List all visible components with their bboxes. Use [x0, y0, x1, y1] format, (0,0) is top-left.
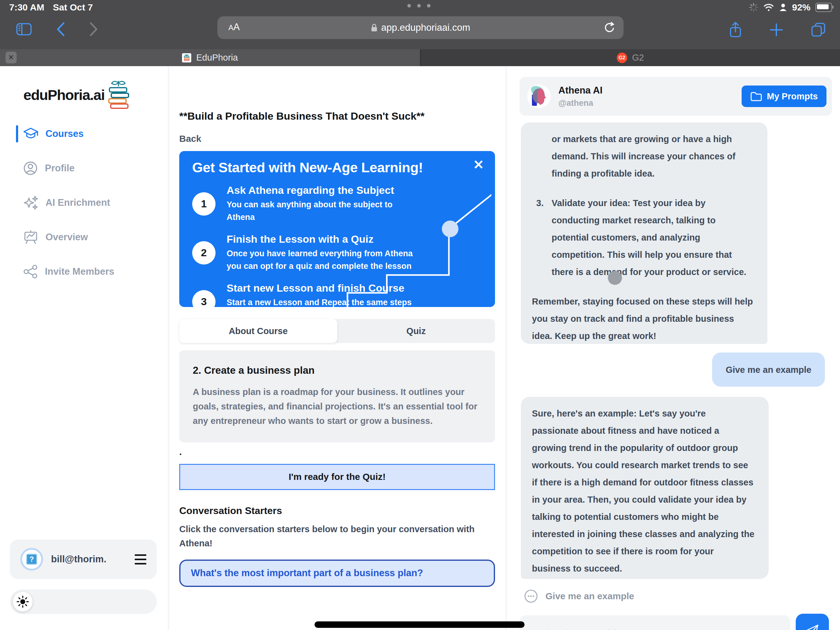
tab-g2-label: G2 [632, 52, 644, 63]
lesson-body: A business plan is a roadmap for your bu… [193, 385, 482, 428]
user-location-icon [779, 3, 787, 12]
eduphoria-favicon [182, 53, 191, 62]
page-content: eduPhoria.ai [0, 66, 840, 630]
ipad-screen: 7:30 AM Sat Oct 7 ● ● ● [0, 0, 840, 630]
sidebar-item-label: Overview [46, 232, 88, 243]
course-title: **Build a Profitable Business That Doesn… [179, 110, 495, 122]
assistant-handle: @athena [558, 98, 603, 108]
suggestion-label: Give me an example [545, 591, 634, 602]
user-message: Give me an example [712, 353, 825, 387]
list-number: 3. [536, 195, 552, 280]
step-desc: Once you have learned everything from At… [227, 247, 417, 272]
assistant-message: or markets that are growing or have a hi… [521, 122, 767, 344]
forward-button-icon[interactable] [89, 22, 98, 37]
onboarding-step-1: 1 Ask Athena regarding the Subject You c… [192, 184, 482, 223]
list-text: Validate your idea: Test your idea by co… [552, 195, 753, 280]
ready-for-quiz-button[interactable]: I'm ready for the Quiz! [179, 464, 495, 490]
lock-icon [371, 24, 377, 32]
onboarding-step-2: 2 Finish the Lesson with a Quiz Once you… [192, 233, 482, 272]
step-desc: You can ask anything about the subject t… [227, 198, 417, 223]
share-network-icon [24, 264, 38, 279]
onboarding-title: Get Started with New-Age Learning! [192, 160, 482, 176]
course-tabs: About Course Quiz [179, 319, 495, 343]
multitasking-dots-icon[interactable]: ● ● ● [407, 1, 433, 10]
home-indicator[interactable] [314, 621, 524, 628]
brand-name: eduPhoria.ai [24, 86, 104, 103]
tabs-overview-icon[interactable] [810, 22, 826, 38]
url-text: app.eduphoriaai.com [381, 22, 471, 33]
onboarding-steps: 1 Ask Athena regarding the Subject You c… [192, 184, 482, 307]
wifi-icon [763, 3, 774, 12]
sidebar-item-label: AI Enrichment [46, 197, 110, 208]
reload-button-icon[interactable] [603, 21, 616, 34]
tab-g2[interactable]: G2 G2 [420, 49, 840, 66]
sidebar-item-overview[interactable]: Overview [0, 226, 168, 248]
address-bar[interactable]: AA app.eduphoriaai.com [217, 16, 624, 39]
close-tab-icon[interactable]: ✕ [6, 52, 17, 63]
step-title: Ask Athena regarding the Subject [227, 184, 417, 196]
tab-eduphoria[interactable]: ✕ EduPhoria [0, 49, 420, 66]
presentation-chart-icon [24, 230, 38, 244]
conversation-starters-description: Click the conversation starters below to… [179, 522, 484, 551]
safari-toolbar: AA app.eduphoriaai.com [0, 15, 840, 49]
loading-spinner-icon [749, 3, 758, 12]
g2-favicon: G2 [617, 52, 627, 63]
user-card[interactable]: ? bill@thorim. [10, 540, 157, 579]
step-title: Start new Lesson and finish Course [227, 282, 417, 294]
step-number: 1 [192, 192, 216, 216]
my-prompts-button[interactable]: My Prompts [742, 85, 826, 107]
sun-icon[interactable] [13, 592, 33, 611]
user-email: bill@thorim. [51, 554, 127, 565]
step-number: 2 [192, 241, 216, 264]
sidebar-nav: Courses Profile [0, 123, 168, 283]
graduation-cap-icon [24, 127, 38, 141]
assistant-name: Athena AI [558, 85, 603, 96]
tab-about-course[interactable]: About Course [179, 319, 337, 343]
chat-input[interactable]: Ask Athena anything... [519, 615, 790, 630]
share-icon[interactable] [729, 22, 742, 38]
step-title: Finish the Lesson with a Quiz [227, 233, 417, 245]
battery-icon [815, 3, 832, 12]
theme-toggle[interactable] [10, 589, 157, 614]
step-number: 3 [192, 290, 216, 307]
sidebar-toggle-icon[interactable] [16, 22, 32, 36]
close-icon[interactable]: ✕ [473, 157, 484, 172]
sidebar-item-label: Courses [46, 128, 84, 139]
suggestion-chip[interactable]: Give me an example [524, 589, 634, 603]
message-closing: Remember, staying focused on these steps… [532, 293, 753, 345]
back-button-icon[interactable] [56, 22, 65, 37]
chat-header: Athena AI @athena My Prompts [519, 77, 832, 116]
lesson-heading: 2. Create a business plan [193, 364, 482, 376]
onboarding-step-3: 3 Start new Lesson and finish Course Sta… [192, 282, 482, 307]
onboarding-card: Get Started with New-Age Learning! ✕ 1 A… [179, 151, 495, 307]
conversation-starters-heading: Conversation Starters [179, 505, 495, 516]
step-desc: Start a new Lesson and Repeat the same s… [227, 296, 417, 307]
paper-plane-icon [805, 623, 820, 630]
sidebar-item-ai-enrichment[interactable]: AI Enrichment [0, 192, 168, 214]
battery-percent: 92% [792, 2, 810, 13]
sidebar-item-courses[interactable]: Courses [0, 123, 168, 145]
athena-avatar [527, 84, 551, 108]
send-button[interactable] [796, 614, 829, 630]
starter-button[interactable]: What's the most important part of a busi… [179, 560, 495, 587]
message-list-item: 3. Validate your idea: Test your idea by… [536, 195, 753, 280]
tab-quiz[interactable]: Quiz [337, 319, 495, 343]
menu-icon[interactable] [135, 554, 146, 565]
chat-panel: Athena AI @athena My Prompts or markets … [516, 66, 840, 630]
new-tab-icon[interactable] [769, 23, 783, 37]
avatar: ? [20, 548, 43, 571]
profile-icon [24, 161, 38, 175]
sidebar-item-invite-members[interactable]: Invite Members [0, 261, 168, 283]
ellipsis-circle-icon [524, 589, 538, 603]
safari-chrome: 7:30 AM Sat Oct 7 ● ● ● [0, 0, 840, 66]
sidebar: eduPhoria.ai [0, 66, 169, 630]
sidebar-item-label: Invite Members [45, 266, 114, 277]
message-paragraph: or markets that are growing or have a hi… [552, 130, 753, 182]
back-link[interactable]: Back [179, 133, 495, 144]
sidebar-item-profile[interactable]: Profile [0, 157, 168, 179]
status-time: 7:30 AM [9, 2, 44, 13]
stray-dot: . [179, 446, 495, 457]
brand-logo-icon [107, 80, 130, 109]
lesson-card: 2. Create a business plan A business pla… [179, 350, 495, 442]
brand: eduPhoria.ai [24, 80, 168, 109]
